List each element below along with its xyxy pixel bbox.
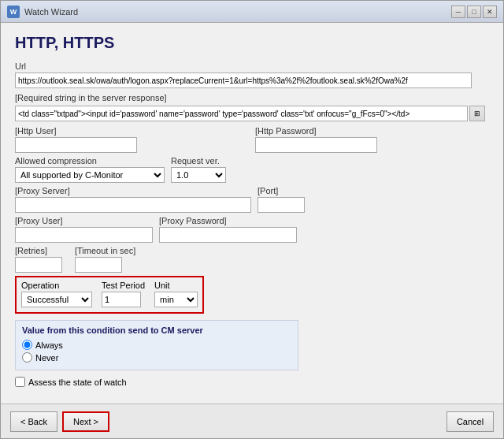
operation-group: Operation Successful Failed — [21, 281, 92, 307]
http-user-section: [Http User] — [15, 126, 249, 153]
assess-checkbox[interactable] — [15, 377, 25, 387]
always-radio[interactable] — [22, 340, 32, 350]
title-bar: W Watch Wizard ─ □ ✕ — [1, 1, 503, 23]
proxy-server-label: [Proxy Server] — [15, 186, 251, 195]
page-title: HTTP, HTTPS — [15, 34, 489, 52]
proxy-password-input[interactable] — [159, 227, 297, 243]
compression-row: Allowed compression All supported by C-M… — [15, 156, 489, 183]
always-row: Always — [22, 340, 291, 350]
test-period-label: Test Period — [102, 281, 145, 290]
proxy-credentials-row: [Proxy User] [Proxy Password] — [15, 216, 489, 243]
cancel-button[interactable]: Cancel — [447, 411, 494, 432]
operation-select[interactable]: Successful Failed — [21, 292, 92, 307]
required-input[interactable] — [15, 106, 468, 121]
test-period-input[interactable] — [102, 292, 141, 307]
content-area: HTTP, HTTPS Url [Required string in the … — [1, 23, 503, 404]
proxy-server-input[interactable] — [15, 197, 251, 213]
proxy-password-label: [Proxy Password] — [159, 216, 297, 225]
always-label: Always — [35, 340, 63, 350]
request-ver-select[interactable]: 1.0 1.1 — [171, 167, 226, 183]
retries-label: [Retries] — [15, 246, 62, 255]
port-input[interactable] — [258, 197, 305, 213]
url-section: Url — [15, 61, 489, 88]
proxy-user-label: [Proxy User] — [15, 216, 153, 225]
next-button[interactable]: Next > — [62, 411, 109, 432]
retries-row: [Retries] [Timeout in sec] — [15, 246, 489, 273]
close-button[interactable]: ✕ — [483, 6, 497, 18]
back-button[interactable]: < Back — [10, 411, 57, 432]
url-row — [15, 73, 489, 88]
unit-label: Unit — [154, 281, 198, 290]
timeout-section: [Timeout in sec] — [75, 246, 135, 273]
never-label: Never — [35, 353, 58, 363]
compression-select[interactable]: All supported by C-Monitor None gzip — [15, 167, 165, 183]
timeout-label: [Timeout in sec] — [75, 246, 135, 255]
app-icon: W — [7, 6, 20, 18]
request-ver-section: Request ver. 1.0 1.1 — [171, 156, 226, 183]
test-period-group: Test Period — [102, 281, 145, 307]
compression-label: Allowed compression — [15, 156, 165, 166]
http-credentials-row: [Http User] [Http Password] — [15, 126, 489, 153]
url-input[interactable] — [15, 73, 472, 88]
compression-section: Allowed compression All supported by C-M… — [15, 156, 165, 183]
minimize-button[interactable]: ─ — [451, 6, 465, 18]
http-user-input[interactable] — [15, 137, 137, 153]
unit-group: Unit min sec hour — [154, 281, 198, 307]
proxy-password-section: [Proxy Password] — [159, 216, 297, 243]
required-section: [Required string in the server response]… — [15, 93, 489, 121]
footer: < Back Next > Cancel — [1, 404, 503, 438]
required-label: [Required string in the server response] — [15, 93, 489, 102]
retries-section: [Retries] — [15, 246, 62, 273]
proxy-user-section: [Proxy User] — [15, 216, 153, 243]
http-password-input[interactable] — [255, 137, 377, 153]
timeout-input[interactable] — [75, 257, 122, 273]
url-label: Url — [15, 61, 489, 71]
assess-row: Assess the state of watch — [15, 377, 489, 387]
restore-button[interactable]: □ — [467, 6, 481, 18]
grid-icon[interactable]: ⊞ — [469, 106, 485, 121]
operation-section: Operation Successful Failed Test Period … — [15, 276, 204, 314]
required-row: ⊞ — [15, 106, 489, 121]
value-section: Value from this condition send to CM ser… — [15, 320, 298, 370]
never-radio[interactable] — [22, 352, 32, 363]
assess-label: Assess the state of watch — [28, 378, 127, 387]
proxy-server-section: [Proxy Server] — [15, 186, 251, 213]
proxy-server-row: [Proxy Server] [Port] — [15, 186, 489, 213]
window-controls: ─ □ ✕ — [451, 6, 497, 18]
retries-input[interactable] — [15, 257, 62, 273]
operation-label: Operation — [21, 281, 92, 290]
request-ver-label: Request ver. — [171, 156, 226, 166]
http-password-section: [Http Password] — [255, 126, 489, 153]
proxy-user-input[interactable] — [15, 227, 153, 243]
value-title: Value from this condition send to CM ser… — [22, 326, 291, 335]
port-section: [Port] — [258, 186, 305, 213]
http-password-label: [Http Password] — [255, 126, 489, 136]
unit-select[interactable]: min sec hour — [154, 292, 198, 307]
port-label: [Port] — [258, 186, 305, 195]
main-window: W Watch Wizard ─ □ ✕ HTTP, HTTPS Url [Re… — [0, 0, 504, 439]
window-title: Watch Wizard — [24, 7, 451, 17]
http-user-label: [Http User] — [15, 126, 249, 136]
never-row: Never — [22, 352, 291, 363]
